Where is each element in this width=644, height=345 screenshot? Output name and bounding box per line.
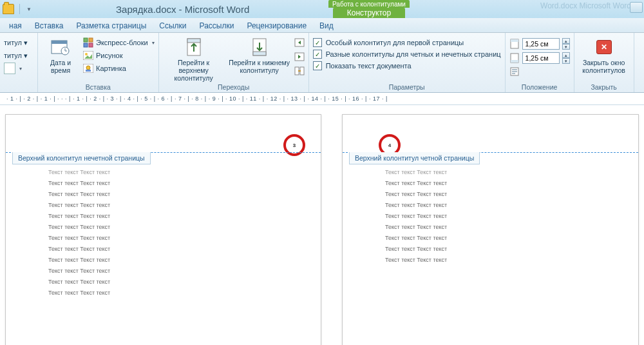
spinner[interactable]: ▲▼	[562, 52, 570, 64]
qat: ▼	[3, 4, 32, 14]
header-tag-odd: Верхний колонтитул нечетной страницы	[12, 152, 151, 164]
svg-rect-23	[511, 60, 518, 63]
group-navigation: Перейти к верхнему колонтитулу Перейти к…	[159, 33, 309, 92]
group-insert: Дата и время Экспресс-блоки▾ Рисунок Кар…	[38, 33, 159, 92]
opt-show-text[interactable]: ✓Показать текст документа	[313, 61, 501, 70]
svg-rect-4	[89, 38, 93, 42]
group-header-cut: титул ▾ титул ▾ ▾	[0, 33, 38, 92]
picture-button[interactable]: Рисунок	[83, 50, 155, 61]
prev-icon	[294, 37, 305, 48]
body-text-line: Текст текст Текст текст	[48, 268, 110, 274]
contextual-title: Работа с колонтитулами	[328, 0, 410, 8]
header-tag-even: Верхний колонтитул четной страницы	[349, 152, 480, 164]
header-button-cut[interactable]: титул ▾	[4, 37, 28, 48]
goto-footer-button[interactable]: Перейти к нижнему колонтитулу	[229, 35, 290, 74]
background-window-title: Word.docx Microsoft Word	[540, 1, 631, 10]
window-title: Зарядка.docx - Microsoft Word	[116, 0, 249, 18]
body-text-line: Текст текст Текст текст	[48, 279, 110, 285]
body-text-line: Текст текст Текст текст	[48, 290, 110, 296]
svg-point-8	[85, 53, 88, 55]
pagenum-button-cut[interactable]: ▾	[4, 63, 28, 74]
spinner[interactable]: ▲▼	[562, 38, 570, 50]
body-text-line: Текст текст Текст текст	[385, 246, 447, 252]
page-body-even: Текст текст Текст текстТекст текст Текст…	[385, 169, 447, 263]
qat-more-icon[interactable]: ▼	[26, 6, 32, 12]
close-header-footer-button[interactable]: ✕ Закрыть окно колонтитулов	[578, 35, 630, 74]
opt-first-page[interactable]: ✓Особый колонтитул для первой страницы	[313, 38, 501, 47]
group-label-position: Положение	[509, 83, 570, 92]
body-text-line: Текст текст Текст текст	[385, 224, 447, 230]
body-text-line: Текст текст Текст текст	[48, 235, 110, 241]
ribbon-tabs: ная Вставка Разметка страницы Ссылки Рас…	[0, 18, 644, 33]
svg-rect-6	[89, 43, 93, 47]
body-text-line: Текст текст Текст текст	[48, 180, 110, 186]
page-even[interactable]: 4 Верхний колонтитул четной страницы Тек…	[342, 114, 639, 345]
group-label-nav: Переходы	[163, 83, 305, 92]
svg-rect-13	[187, 39, 200, 43]
body-text-line: Текст текст Текст текст	[48, 246, 110, 252]
tab-home-cut[interactable]: ная	[3, 19, 28, 32]
header-distance-icon	[509, 39, 520, 49]
title-bar: ▼ Зарядка.docx - Microsoft Word Работа с…	[0, 0, 644, 18]
svg-rect-1	[52, 41, 67, 44]
group-label	[4, 83, 33, 92]
tab-review[interactable]: Рецензирование	[240, 19, 313, 32]
next-icon	[294, 52, 305, 62]
footer-button-cut[interactable]: титул ▾	[4, 50, 28, 61]
header-distance-value: 1,25 см	[522, 38, 560, 50]
group-label-close: Закрыть	[578, 83, 630, 92]
prev-section-button[interactable]	[294, 37, 305, 48]
checkbox-checked-icon: ✓	[313, 38, 322, 47]
checkbox-checked-icon: ✓	[313, 61, 322, 70]
body-text-line: Текст текст Текст текст	[48, 191, 110, 197]
tab-page-layout[interactable]: Разметка страницы	[70, 19, 153, 32]
picture-icon	[83, 50, 93, 61]
ribbon: титул ▾ титул ▾ ▾ Дата и время Экспресс-…	[0, 33, 644, 93]
svg-point-10	[86, 66, 90, 70]
body-text-line: Текст текст Текст текст	[48, 224, 110, 230]
tab-references[interactable]: Ссылки	[153, 19, 193, 32]
body-text-line: Текст текст Текст текст	[385, 257, 447, 263]
group-options: ✓Особый колонтитул для первой страницы ✓…	[309, 33, 506, 92]
group-label-options: Параметры	[313, 83, 501, 92]
minimize-button[interactable]	[630, 2, 643, 13]
document-area: 3 Верхний колонтитул нечетной страницы Т…	[0, 105, 644, 345]
page-odd[interactable]: 3 Верхний колонтитул нечетной страницы Т…	[5, 114, 321, 345]
contextual-tab-group: Работа с колонтитулами Конструктор	[328, 0, 410, 18]
tab-insert[interactable]: Вставка	[28, 19, 70, 32]
link-previous-button[interactable]	[294, 65, 305, 77]
date-time-button[interactable]: Дата и время	[42, 35, 79, 74]
body-text-line: Текст текст Текст текст	[48, 202, 110, 208]
footer-from-bottom[interactable]: 1,25 см ▲▼	[509, 52, 570, 64]
next-section-button[interactable]	[294, 51, 305, 63]
goto-footer-icon	[249, 37, 270, 57]
svg-rect-15	[253, 52, 266, 55]
folder-icon[interactable]	[3, 4, 14, 14]
body-text-line: Текст текст Текст текст	[48, 257, 110, 263]
group-position: 1,25 см ▲▼ 1,25 см ▲▼ Положение	[506, 33, 574, 92]
clipart-icon	[83, 63, 93, 74]
tab-view[interactable]: Вид	[313, 19, 340, 32]
svg-rect-3	[84, 38, 88, 42]
body-text-line: Текст текст Текст текст	[385, 202, 447, 208]
horizontal-ruler[interactable]: · 1 · | · 2 · | · 1 · | · · · | · 1 · | …	[0, 93, 644, 105]
footer-distance-icon	[509, 53, 520, 63]
tab-mailings[interactable]: Рассылки	[193, 19, 241, 32]
insert-align-tab[interactable]	[509, 66, 570, 77]
body-text-line: Текст текст Текст текст	[385, 191, 447, 197]
body-text-line: Текст текст Текст текст	[385, 235, 447, 241]
header-from-top[interactable]: 1,25 см ▲▼	[509, 38, 570, 50]
svg-rect-5	[84, 43, 88, 47]
goto-header-icon	[184, 37, 204, 57]
quick-parts-button[interactable]: Экспресс-блоки▾	[83, 37, 155, 48]
goto-header-button[interactable]: Перейти к верхнему колонтитулу	[163, 35, 225, 82]
body-text-line: Текст текст Текст текст	[48, 213, 110, 219]
body-text-line: Текст текст Текст текст	[385, 180, 447, 186]
svg-rect-21	[511, 39, 518, 42]
group-close: ✕ Закрыть окно колонтитулов Закрыть	[574, 33, 634, 92]
doc-name: Зарядка.docx	[116, 4, 176, 15]
tab-design[interactable]: Конструктор	[333, 8, 405, 18]
app-name: - Microsoft Word	[179, 4, 250, 15]
opt-odd-even[interactable]: ✓Разные колонтитулы для четных и нечетны…	[313, 50, 501, 59]
clipart-button[interactable]: Картинка	[83, 63, 155, 74]
